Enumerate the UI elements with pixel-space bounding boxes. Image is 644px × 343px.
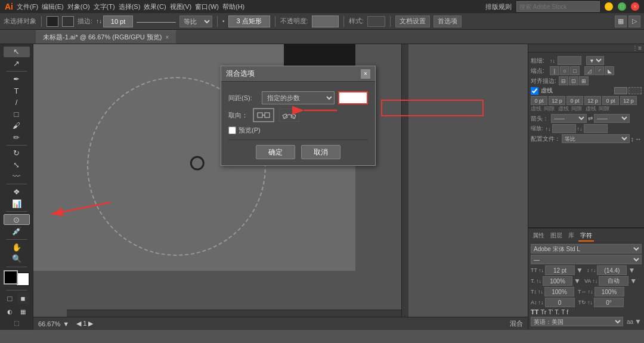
menu-effect[interactable]: 效果(C) (144, 2, 166, 11)
cap-round[interactable]: ○ (560, 66, 569, 75)
fill-mode[interactable]: ■ (17, 292, 29, 304)
menu-window[interactable]: 窗口(W) (195, 2, 219, 11)
join-bevel[interactable]: ◣ (605, 66, 614, 75)
align-outside[interactable]: ⊞ (579, 76, 589, 85)
horizontal-scrollbar[interactable] (67, 310, 408, 317)
stroke-color-selector[interactable] (47, 16, 58, 27)
orient-align-to-page[interactable] (253, 108, 274, 122)
scale-input1[interactable] (552, 124, 576, 133)
minimize-button[interactable]: ─ (605, 2, 613, 11)
tt-btn1[interactable]: TT (531, 308, 538, 316)
doc-settings-button[interactable]: 文档设置 (395, 16, 430, 27)
vertical-scrollbar[interactable] (401, 44, 408, 317)
kerning-arrow[interactable]: ▼ (630, 277, 637, 285)
menu-select[interactable]: 选择(S) (119, 2, 141, 11)
menu-file[interactable]: 文件(F) (17, 2, 38, 11)
dash-style1[interactable] (614, 87, 627, 94)
font-select[interactable]: Adobe 宋体 Std L (531, 244, 642, 254)
cap-butt[interactable]: | (550, 66, 559, 75)
panel-icon1[interactable]: ▦ (615, 16, 627, 27)
view-btn1[interactable]: ◐ (4, 305, 16, 317)
chart-tool[interactable]: 📊 (4, 199, 30, 209)
tab-char[interactable]: 字符 (578, 231, 594, 242)
hand-tool[interactable]: ✋ (4, 242, 30, 252)
leading-arrow[interactable]: ▼ (628, 266, 635, 274)
align-inside[interactable]: ⊡ (569, 76, 578, 85)
warp-tool[interactable]: 〰 (4, 171, 30, 182)
menu-edit[interactable]: 编辑(E) (42, 2, 64, 11)
align-center[interactable]: ⊟ (559, 76, 568, 85)
dash3[interactable] (602, 96, 619, 105)
tt-btn2[interactable]: Tr (540, 308, 546, 316)
artboard-tool[interactable]: ⬚ (4, 319, 30, 327)
flip-icon[interactable]: ↕ (631, 135, 634, 143)
dashed-checkbox[interactable] (531, 87, 538, 95)
stroke-type-select[interactable]: 等比 (179, 16, 212, 27)
gap2[interactable] (584, 96, 601, 105)
fill-color-selector[interactable] (62, 16, 74, 27)
dash1[interactable] (531, 96, 547, 105)
tab-close-button[interactable]: × (165, 34, 169, 41)
kerning-input[interactable] (599, 276, 628, 286)
stroke-weight-select[interactable]: ▼ (586, 56, 604, 65)
style-preview[interactable] (367, 16, 385, 27)
size-arrow[interactable]: ▼ (576, 266, 583, 274)
arrow-end-select[interactable]: —— (594, 114, 630, 123)
document-tab[interactable]: 未标题-1.ai* @ 66.67% (RGB/GPU 预览) × (36, 30, 177, 44)
tt-btn6[interactable]: f (566, 309, 568, 316)
opacity-input[interactable]: 100% (312, 16, 339, 27)
profile-select[interactable]: 等比 (562, 134, 630, 143)
swap-arrows-icon[interactable]: ⇄ (588, 115, 593, 122)
select-tool[interactable]: ↖ (4, 47, 30, 57)
panel-icon2[interactable]: ▷ (628, 16, 640, 27)
menu-help[interactable]: 帮助(H) (222, 2, 244, 11)
type-tool[interactable]: T (4, 85, 30, 96)
font-style-select[interactable]: — (531, 255, 642, 264)
prefs-button[interactable]: 首选项 (434, 16, 462, 27)
tab-attrs[interactable]: 属性 (531, 231, 546, 242)
gap3[interactable] (620, 96, 637, 105)
stroke-width-input[interactable] (103, 16, 133, 27)
baseline-input[interactable] (545, 298, 575, 307)
rect-tool[interactable]: □ (4, 109, 30, 119)
font-size-input[interactable] (545, 265, 575, 275)
panel-scroll-icon[interactable]: ⋮≡ (632, 45, 642, 51)
vert-scale-input[interactable] (544, 287, 574, 296)
rotate-input[interactable] (594, 298, 624, 307)
horiz-scale-input[interactable] (595, 287, 624, 296)
point-label-input[interactable] (228, 16, 270, 27)
direct-select-tool[interactable]: ↗ (4, 58, 30, 69)
flip-icon2[interactable]: ↔ (635, 135, 642, 143)
ok-button[interactable]: 确定 (256, 145, 295, 159)
zoom-tool[interactable]: 🔍 (4, 254, 30, 264)
arrow-start-select[interactable]: —— (551, 114, 587, 123)
gap1[interactable] (549, 96, 565, 105)
tab-layers[interactable]: 图层 (549, 231, 564, 242)
spacing-type-select[interactable]: 指定的步数 平滑颜色 指定的距离 (262, 91, 335, 104)
tt-btn3[interactable]: T' (548, 309, 553, 316)
dialog-close-button[interactable]: × (361, 69, 370, 79)
normal-mode[interactable]: □ (4, 292, 16, 304)
join-round[interactable]: ◜ (595, 66, 604, 75)
line-tool[interactable]: / (4, 97, 30, 108)
tt-btn4[interactable]: T. (555, 309, 559, 316)
join-miter[interactable]: ◿ (584, 66, 594, 75)
brush-tool[interactable]: 🖌 (4, 120, 30, 131)
language-select[interactable]: 英语：美国 (531, 317, 623, 326)
blend-tool[interactable]: ⊙ (4, 214, 30, 225)
stock-search[interactable] (516, 1, 600, 12)
menu-text[interactable]: 文字(T) (94, 2, 115, 11)
scale-input2[interactable] (584, 124, 608, 133)
tt-btn5[interactable]: T (561, 309, 565, 316)
spacing-value-input[interactable]: 35 (338, 91, 368, 104)
eyedropper-tool[interactable]: 💉 (4, 226, 30, 237)
maximize-button[interactable]: □ (618, 2, 626, 11)
tab-lib[interactable]: 库 (566, 231, 576, 242)
tracking-input[interactable] (543, 276, 572, 286)
pen-tool[interactable]: ✒ (4, 74, 30, 85)
rotate-tool[interactable]: ↻ (4, 148, 30, 159)
tracking-arrow[interactable]: ▼ (574, 277, 581, 285)
leading-input[interactable] (597, 265, 627, 275)
cap-square[interactable]: □ (570, 66, 580, 75)
menu-object[interactable]: 对象(O) (67, 2, 90, 11)
